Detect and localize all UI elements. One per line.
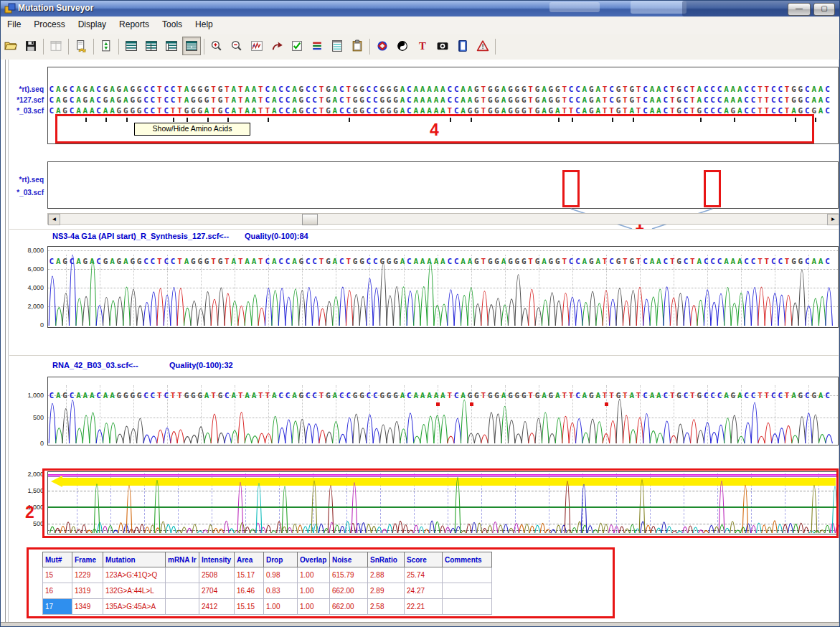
table-cell[interactable]: 1349 xyxy=(72,599,103,615)
copy-file-button[interactable] xyxy=(72,37,90,55)
zoom-out-button[interactable] xyxy=(227,37,246,55)
column-header-mutation[interactable]: Mutation xyxy=(103,552,166,567)
camera-button[interactable] xyxy=(433,37,452,55)
table-row[interactable]: 171349135A>G:45A>A241215.151.001.00662.0… xyxy=(43,599,492,615)
table-cell[interactable]: 2.89 xyxy=(368,583,405,599)
table-cell[interactable]: 2.58 xyxy=(368,599,405,615)
table-cell[interactable]: 2508 xyxy=(199,567,235,583)
table-row[interactable]: 161319132G>A:44L>L270416.460.831.00662.0… xyxy=(43,583,492,599)
contrast-button[interactable] xyxy=(393,37,412,55)
table-cell[interactable]: 1.00 xyxy=(298,567,330,583)
column-header-area[interactable]: Area xyxy=(235,552,264,567)
forward-arrow-button[interactable] xyxy=(268,37,286,55)
menu-reports[interactable]: Reports xyxy=(113,16,156,34)
column-header-snratio[interactable]: SnRatio xyxy=(368,552,405,567)
tooltip-show-hide-amino-acids: Show/Hide Amino Acids xyxy=(134,123,250,136)
column-header-drop[interactable]: Drop xyxy=(264,552,298,567)
table-cell[interactable]: 0.83 xyxy=(264,583,298,599)
table-cell[interactable]: 24.27 xyxy=(405,583,443,599)
background-window-blur xyxy=(631,1,686,14)
annotation-box-2 xyxy=(42,468,839,538)
trace-chart-button[interactable] xyxy=(247,37,266,55)
table-cell[interactable] xyxy=(166,567,199,583)
toolbar: T xyxy=(1,34,840,60)
table-cell[interactable]: 15.17 xyxy=(235,567,264,583)
table-cell[interactable]: 0.98 xyxy=(264,567,298,583)
amino-acids-toggle-button[interactable] xyxy=(182,37,201,55)
table-cell[interactable]: 123A>G:41Q>Q xyxy=(103,567,166,583)
save-button[interactable] xyxy=(22,37,40,55)
column-header-noise[interactable]: Noise xyxy=(330,552,368,567)
y-axis-label: 500 xyxy=(11,414,44,421)
table-cell[interactable]: 1229 xyxy=(72,567,103,583)
sync-file-button[interactable] xyxy=(97,37,115,55)
scrollbar-thumb[interactable] xyxy=(302,214,318,225)
table-cell[interactable]: 1.00 xyxy=(264,599,298,615)
table-cell[interactable]: 15.15 xyxy=(235,599,264,615)
columns-disabled-icon xyxy=(49,39,62,52)
grid-report-button[interactable] xyxy=(328,37,346,55)
zoom-in-button[interactable] xyxy=(207,37,226,55)
table-cell[interactable]: 662.00 xyxy=(330,583,368,599)
column-header-mut-[interactable]: Mut# xyxy=(43,552,72,567)
menu-process[interactable]: Process xyxy=(27,16,71,34)
table-row[interactable]: 151229123A>G:41Q>Q250815.170.981.00615.7… xyxy=(43,567,492,583)
table-cell[interactable]: 615.79 xyxy=(330,567,368,583)
notebook-button[interactable] xyxy=(453,37,472,55)
table-cell[interactable] xyxy=(443,599,492,615)
column-header-overlap[interactable]: Overlap xyxy=(298,552,330,567)
table-view-3-button[interactable] xyxy=(162,37,181,55)
table-cell[interactable]: 16 xyxy=(43,583,72,599)
table-cell[interactable]: 2704 xyxy=(199,583,235,599)
table-cell[interactable]: 1.00 xyxy=(298,599,330,615)
table-cell[interactable]: 16.46 xyxy=(235,583,264,599)
table-cell[interactable]: 1319 xyxy=(72,583,103,599)
y-axis-label: 8,000 xyxy=(11,247,44,254)
column-header-mrna-ir[interactable]: mRNA Ir xyxy=(166,552,199,567)
table-cell[interactable]: 15 xyxy=(43,567,72,583)
table-view-2-button[interactable] xyxy=(142,37,161,55)
scroll-left-button[interactable]: ◄ xyxy=(48,214,60,225)
menu-help[interactable]: Help xyxy=(189,16,220,34)
check-report-button[interactable] xyxy=(288,37,306,55)
table-cell[interactable]: 22.21 xyxy=(405,599,443,615)
table-cell[interactable] xyxy=(443,583,492,599)
table-view-1-button[interactable] xyxy=(122,37,141,55)
table-cell[interactable] xyxy=(443,567,492,583)
window-title: Mutation Surveyor xyxy=(18,3,93,13)
table-cell[interactable]: 132G>A:44L>L xyxy=(103,583,166,599)
horizontal-scrollbar-track[interactable] xyxy=(47,213,839,225)
table-cell[interactable]: 135A>G:45A>A xyxy=(103,599,166,615)
mutation-dot-marker xyxy=(436,402,440,406)
text-tool-button[interactable]: T xyxy=(413,37,432,55)
zoom-in-icon xyxy=(210,39,223,52)
table-cell[interactable]: 2412 xyxy=(199,599,235,615)
scroll-right-button[interactable]: ► xyxy=(827,214,839,225)
clipboard-button[interactable] xyxy=(348,37,367,55)
table-cell[interactable]: 1.00 xyxy=(298,583,330,599)
table-cell[interactable]: 25.74 xyxy=(405,567,443,583)
table-cell[interactable]: 17 xyxy=(43,599,72,615)
table-cell[interactable]: 662.00 xyxy=(330,599,368,615)
table-cell[interactable] xyxy=(166,599,199,615)
column-header-intensity[interactable]: Intensity xyxy=(199,552,235,567)
column-header-comments[interactable]: Comments xyxy=(443,552,492,567)
color-lines-button[interactable] xyxy=(308,37,326,55)
table-cell[interactable]: 2.88 xyxy=(368,567,405,583)
open-button[interactable] xyxy=(1,37,20,55)
minimize-button[interactable]: — xyxy=(788,3,811,16)
title-bar: Mutation Surveyor — ▢ xyxy=(1,1,840,16)
open-icon xyxy=(4,39,17,52)
maximize-button[interactable]: ▢ xyxy=(813,3,835,16)
table-cell[interactable] xyxy=(166,583,199,599)
mutation-results-table[interactable]: Mut#FrameMutationmRNA IrIntensityAreaDro… xyxy=(42,552,492,615)
menu-display[interactable]: Display xyxy=(72,16,113,34)
columns-disabled-button[interactable] xyxy=(47,37,65,55)
column-header-score[interactable]: Score xyxy=(405,552,443,567)
column-header-frame[interactable]: Frame xyxy=(72,552,103,567)
process-knot-button[interactable] xyxy=(373,37,392,55)
menu-bar: FileProcessDisplayReportsToolsHelp xyxy=(1,16,840,35)
warning-button[interactable] xyxy=(473,37,492,55)
menu-tools[interactable]: Tools xyxy=(156,16,189,34)
menu-file[interactable]: File xyxy=(1,16,27,34)
